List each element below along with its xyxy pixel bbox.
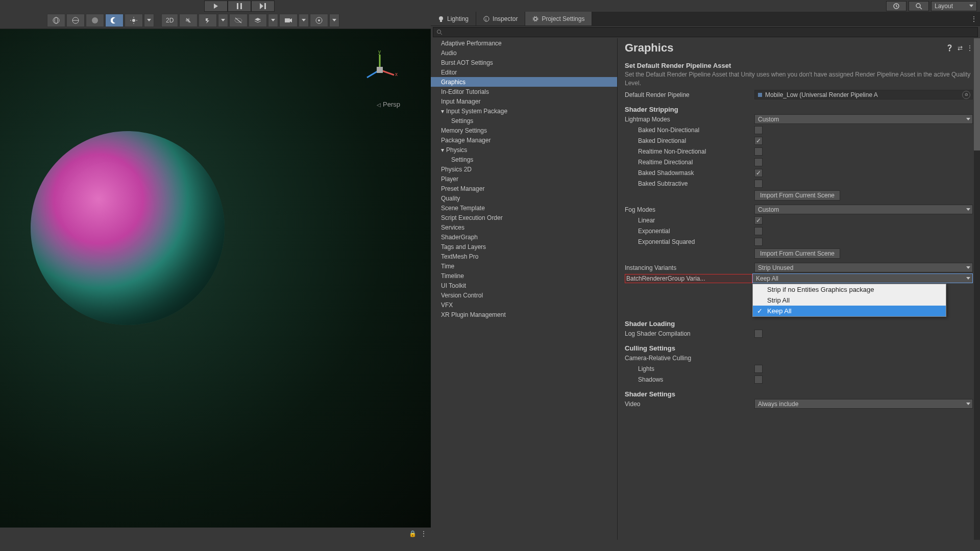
nav-player[interactable]: Player: [431, 174, 617, 184]
nav-textmesh-pro[interactable]: TextMesh Pro: [431, 252, 617, 261]
search-button[interactable]: [909, 1, 929, 11]
nav-audio[interactable]: Audio: [431, 48, 617, 58]
camera-button[interactable]: [279, 14, 298, 27]
nav-graphics[interactable]: Graphics: [431, 77, 617, 87]
nav-xr-plugin[interactable]: XR Plugin Management: [431, 310, 617, 319]
nav-editor[interactable]: Editor: [431, 67, 617, 77]
gizmos-dropdown[interactable]: [329, 14, 339, 27]
tab-project-settings[interactable]: Project Settings: [525, 12, 592, 26]
baked-nondir-checkbox[interactable]: [754, 126, 763, 134]
scene-view[interactable]: yx ◁ Persp: [0, 29, 431, 528]
brg-option-keep-all[interactable]: Keep All: [753, 306, 946, 316]
play-button[interactable]: [204, 1, 228, 12]
realtime-nondir-checkbox[interactable]: [754, 147, 763, 156]
import-scene-button-2[interactable]: Import From Current Scene: [754, 248, 840, 259]
brg-dropdown[interactable]: Keep All: [752, 273, 973, 283]
culling-shadows-label: Shadows: [625, 376, 754, 383]
tab-label: Inspector: [493, 15, 518, 22]
shader-loading-title: Shader Loading: [625, 320, 973, 328]
lightmap-modes-dropdown[interactable]: Custom: [754, 114, 973, 124]
lighting-toggle[interactable]: [125, 14, 143, 27]
nav-adaptive-performance[interactable]: Adaptive Performance: [431, 38, 617, 48]
default-rp-field[interactable]: Mobile_Low (Universal Render Pipeline A …: [754, 90, 973, 99]
nav-ui-toolkit[interactable]: UI Toolkit: [431, 281, 617, 290]
scrollbar-thumb[interactable]: [974, 38, 980, 151]
nav-version-control[interactable]: Version Control: [431, 290, 617, 300]
gizmos-button[interactable]: [310, 14, 328, 27]
nav-in-editor-tutorials[interactable]: In-Editor Tutorials: [431, 87, 617, 96]
skybox-toggle[interactable]: [105, 14, 124, 27]
baked-shadowmask-checkbox[interactable]: [754, 169, 763, 177]
nav-quality[interactable]: Quality: [431, 193, 617, 203]
layers-button[interactable]: [249, 14, 267, 27]
nav-vfx[interactable]: VFX: [431, 300, 617, 310]
log-shader-checkbox[interactable]: [754, 330, 763, 338]
lock-icon[interactable]: 🔒: [409, 530, 416, 537]
nav-burst-aot[interactable]: Burst AOT Settings: [431, 58, 617, 67]
baked-subtractive-checkbox[interactable]: [754, 180, 763, 188]
object-picker-icon[interactable]: ⊙: [962, 91, 970, 99]
undo-history-button[interactable]: [886, 1, 906, 11]
nav-timeline[interactable]: Timeline: [431, 271, 617, 281]
chevron-down-icon: [969, 5, 973, 7]
audio-toggle[interactable]: [179, 14, 198, 27]
nav-package-manager[interactable]: Package Manager: [431, 135, 617, 145]
brg-option-strip-all[interactable]: Strip All: [753, 295, 946, 306]
realtime-dir-checkbox[interactable]: [754, 158, 763, 166]
nav-physics-settings[interactable]: Settings: [431, 155, 617, 164]
fog-modes-dropdown[interactable]: Custom: [754, 205, 973, 214]
info-icon: i: [483, 16, 489, 22]
2d-toggle[interactable]: 2D: [161, 14, 178, 27]
fog-linear-checkbox[interactable]: [754, 216, 763, 224]
brg-option-strip-no-entities[interactable]: Strip if no Entities Graphics package: [753, 284, 946, 295]
nav-preset-manager[interactable]: Preset Manager: [431, 184, 617, 193]
visibility-toggle[interactable]: [229, 14, 248, 27]
nav-services[interactable]: Services: [431, 222, 617, 232]
culling-lights-checkbox[interactable]: [754, 365, 763, 373]
step-button[interactable]: [251, 1, 275, 12]
import-scene-button-1[interactable]: Import From Current Scene: [754, 190, 840, 201]
nav-time[interactable]: Time: [431, 261, 617, 271]
nav-scene-template[interactable]: Scene Template: [431, 203, 617, 213]
kebab-icon[interactable]: ⋮: [967, 44, 973, 52]
nav-script-execution-order[interactable]: Script Execution Order: [431, 213, 617, 222]
fx-dropdown[interactable]: [218, 14, 228, 27]
fog-exp2-checkbox[interactable]: [754, 238, 763, 246]
baked-dir-checkbox[interactable]: [754, 137, 763, 145]
tab-lighting[interactable]: Lighting: [431, 12, 476, 26]
help-icon[interactable]: ❔: [946, 44, 953, 52]
nav-input-system[interactable]: ▾Input System Package: [431, 106, 617, 116]
chevron-down-icon: [966, 277, 970, 280]
fog-exp-checkbox[interactable]: [754, 227, 763, 235]
pause-button[interactable]: [228, 1, 251, 12]
nav-input-manager[interactable]: Input Manager: [431, 96, 617, 106]
chevron-down-icon: [147, 19, 151, 21]
fx-toggle[interactable]: [199, 14, 217, 27]
kebab-icon[interactable]: ⋮: [421, 530, 427, 537]
lighting-dropdown[interactable]: [144, 14, 154, 27]
settings-icon[interactable]: ⇄: [958, 44, 963, 52]
nav-physics-2d[interactable]: Physics 2D: [431, 164, 617, 174]
nav-memory-settings[interactable]: Memory Settings: [431, 126, 617, 135]
shading-mode-button[interactable]: [47, 14, 65, 27]
shaded-button[interactable]: [86, 14, 104, 27]
tab-inspector[interactable]: iInspector: [476, 12, 525, 26]
nav-physics[interactable]: ▾Physics: [431, 145, 617, 155]
nav-input-system-settings[interactable]: Settings: [431, 116, 617, 126]
nav-tags-layers[interactable]: Tags and Layers: [431, 242, 617, 252]
tab-menu-button[interactable]: ⋮: [968, 12, 980, 26]
instancing-dropdown[interactable]: Strip Unused: [754, 263, 973, 272]
camera-dropdown[interactable]: [299, 14, 309, 27]
video-dropdown[interactable]: Always include: [754, 399, 973, 409]
play-controls: [204, 1, 275, 12]
rp-section-title: Set Default Render Pipeline Asset: [625, 62, 973, 69]
culling-shadows-checkbox[interactable]: [754, 375, 763, 384]
layers-dropdown[interactable]: [268, 14, 278, 27]
scrollbar-track[interactable]: [974, 38, 980, 540]
perspective-label[interactable]: ◁ Persp: [377, 101, 400, 108]
orientation-gizmo[interactable]: yx: [359, 49, 400, 90]
nav-shadergraph[interactable]: ShaderGraph: [431, 232, 617, 242]
draw-mode-button[interactable]: [66, 14, 85, 27]
settings-search[interactable]: [433, 27, 978, 37]
layout-dropdown[interactable]: Layout: [931, 1, 977, 11]
